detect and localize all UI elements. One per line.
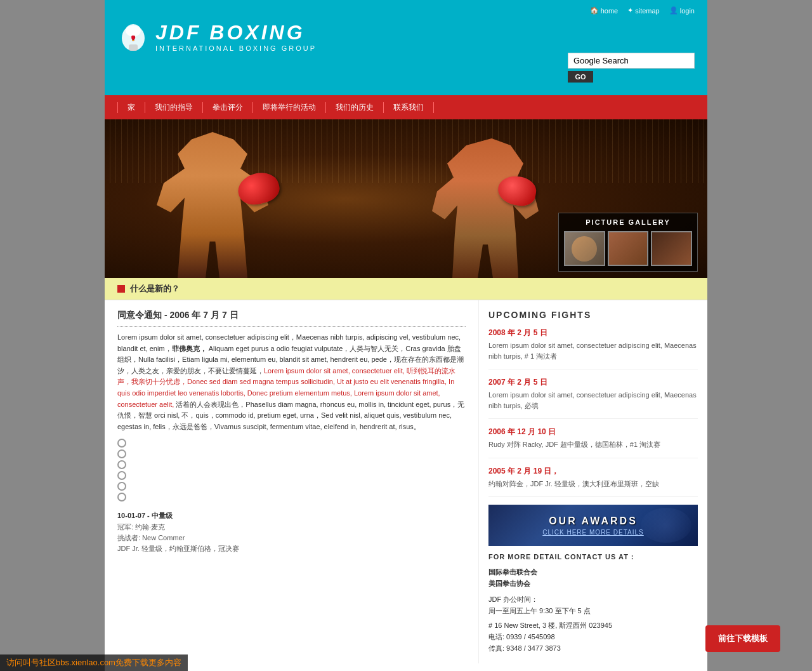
fight-date-3: 2006 年 12 月 10 日: [488, 427, 698, 437]
fight-record-champion: 冠军: 约翰·麦克: [117, 522, 466, 532]
article-link[interactable]: Lorem ipsum dolor sit amet, consectetuer…: [117, 367, 455, 408]
contact-title: FOR MORE DETAIL CONTACT US AT：: [488, 552, 698, 562]
search-go-button[interactable]: GO: [568, 71, 593, 83]
bullet-circle: [117, 493, 126, 502]
fight-item-4: 2005 年 2 月 19 日， 约翰对阵金，JDF Jr. 轻量级，澳大利亚布…: [488, 466, 698, 498]
awards-banner[interactable]: OUR AWARDS CLICK HERE MORE DETAILS: [488, 505, 698, 546]
bullet-item: [117, 471, 466, 480]
fax-line: 传真: 9348 / 3477 3873: [488, 643, 698, 654]
phone-line: 电话: 0939 / 4545098: [488, 632, 698, 643]
nav-guidance[interactable]: 我们的指导: [145, 102, 203, 113]
bullet-circle: [117, 471, 126, 480]
article-title: 同意令通知 - 2006 年 7 月 7 日: [117, 310, 466, 321]
main-nav: 家 我们的指导 拳击评分 即将举行的活动 我们的历史 联系我们: [105, 95, 707, 119]
fight-desc-2: Lorem ipsum dolor sit amet, consectetuer…: [488, 390, 698, 411]
gallery-thumb-1[interactable]: [564, 231, 605, 266]
logo-text: JDF BOXING INTERNATIONAL BOXING GROUP: [155, 21, 317, 52]
sitemap-link[interactable]: ✦ sitemap: [627, 6, 660, 15]
nav-contact[interactable]: 联系我们: [384, 102, 434, 113]
fight-item-2: 2007 年 2 月 5 日 Lorem ipsum dolor sit ame…: [488, 377, 698, 419]
fight-date-1: 2008 年 2 月 5 日: [488, 328, 698, 338]
nav-home[interactable]: 家: [117, 102, 145, 113]
fight-item-1: 2008 年 2 月 5 日 Lorem ipsum dolor sit ame…: [488, 328, 698, 369]
bullet-circle: [117, 449, 126, 458]
fight-record: 10-01-07 - 中量级 冠军: 约翰·麦克 挑战者: New Commer…: [117, 511, 466, 554]
bullet-item: [117, 460, 466, 469]
bullet-circle: [117, 460, 126, 469]
picture-gallery: PICTURE GALLERY: [558, 213, 698, 272]
bullet-circle: [117, 439, 126, 448]
contact-hours: JDF 办公时间： 周一至周五上午 9:30 至下午 5 点: [488, 594, 698, 616]
header-top-nav: 🏠 home ✦ sitemap 👤 login: [590, 6, 695, 15]
gallery-thumb-2[interactable]: [608, 231, 649, 266]
address-line: # 16 New Street, 3 楼, 斯涅西州 023945: [488, 620, 698, 632]
hours-label: JDF 办公时间：: [488, 594, 698, 606]
site-title: JDF BOXING: [155, 21, 317, 44]
watermark: 访问叫号社区bbs.xienlao.com免费下载更多内容: [0, 654, 188, 671]
bullet-item: [117, 482, 466, 491]
bullet-circle: [117, 482, 126, 491]
hours-detail: 周一至周五上午 9:30 至下午 5 点: [488, 606, 698, 617]
nav-upcoming-events[interactable]: 即将举行的活动: [253, 102, 326, 113]
download-template-button[interactable]: 前往下载模板: [705, 625, 780, 652]
content-wrapper: 同意令通知 - 2006 年 7 月 7 日 Lorem ipsum dolor…: [105, 300, 707, 663]
fight-record-vs: JDF Jr. 轻量级，约翰亚斯伯格，冠决赛: [117, 544, 466, 554]
whats-new-bar: 什么是新的？: [105, 278, 707, 300]
whats-new-icon: [117, 285, 125, 293]
login-icon: 👤: [669, 6, 678, 15]
gallery-thumb-3[interactable]: [651, 231, 692, 266]
bullets-list: [117, 439, 466, 502]
home-link[interactable]: 🏠 home: [590, 6, 619, 15]
awards-link[interactable]: CLICK HERE MORE DETAILS: [542, 529, 644, 536]
article-separator: [117, 326, 466, 327]
search-input[interactable]: [568, 53, 695, 69]
gallery-thumbs: [564, 231, 692, 266]
fight-record-date: 10-01-07 - 中量级: [117, 511, 466, 521]
search-area: GO: [568, 53, 695, 83]
svg-text:🥊: 🥊: [130, 35, 136, 41]
nav-boxing-rating[interactable]: 拳击评分: [203, 102, 253, 113]
sitemap-icon: ✦: [627, 6, 633, 15]
right-content: UPCOMING FIGHTS 2008 年 2 月 5 日 Lorem ips…: [479, 300, 707, 663]
contact-org2: 美国拳击协会: [488, 578, 698, 590]
contact-address: # 16 New Street, 3 楼, 斯涅西州 023945 电话: 09…: [488, 620, 698, 654]
site-subtitle: INTERNATIONAL BOXING GROUP: [155, 44, 317, 52]
login-link[interactable]: 👤 login: [669, 6, 695, 15]
fight-desc-3: Rudy 对阵 Racky, JDF 超中量级，德国柏林，#1 淘汰赛: [488, 439, 698, 450]
bullet-item: [117, 439, 466, 448]
contact-orgs: 国际拳击联合会 美国拳击协会: [488, 567, 698, 589]
logo-area: 🥊 JDF BOXING INTERNATIONAL BOXING GROUP: [117, 19, 317, 54]
gallery-title: PICTURE GALLERY: [564, 218, 692, 226]
fight-item-3: 2006 年 12 月 10 日 Rudy 对阵 Racky, JDF 超中量级…: [488, 427, 698, 458]
fight-date-4: 2005 年 2 月 19 日，: [488, 466, 698, 477]
article-body: Lorem ipsum dolor sit amet, consectetuer…: [117, 332, 466, 432]
upcoming-fights-title: UPCOMING FIGHTS: [488, 310, 698, 320]
fight-desc-1: Lorem ipsum dolor sit amet, consectetuer…: [488, 340, 698, 361]
fight-desc-4: 约翰对阵金，JDF Jr. 轻量级，澳大利亚布里斯班，空缺: [488, 479, 698, 489]
svg-rect-2: [129, 44, 138, 51]
logo-glove-icon: 🥊: [117, 19, 149, 54]
left-content: 同意令通知 - 2006 年 7 月 7 日 Lorem ipsum dolor…: [105, 300, 479, 663]
fight-date-2: 2007 年 2 月 5 日: [488, 377, 698, 388]
nav-history[interactable]: 我们的历史: [326, 102, 384, 113]
whats-new-text: 什么是新的？: [130, 283, 180, 295]
svg-point-1: [126, 24, 141, 37]
home-icon: 🏠: [590, 6, 599, 15]
fight-record-challenger: 挑战者: New Commer: [117, 533, 466, 543]
bullet-item: [117, 493, 466, 502]
contact-org1: 国际拳击联合会: [488, 567, 698, 578]
awards-title: OUR AWARDS: [549, 515, 638, 527]
bullet-item: [117, 449, 466, 458]
hero-banner: PICTURE GALLERY: [105, 119, 707, 278]
header: 🏠 home ✦ sitemap 👤 login 🥊 JDF BO: [105, 0, 707, 95]
